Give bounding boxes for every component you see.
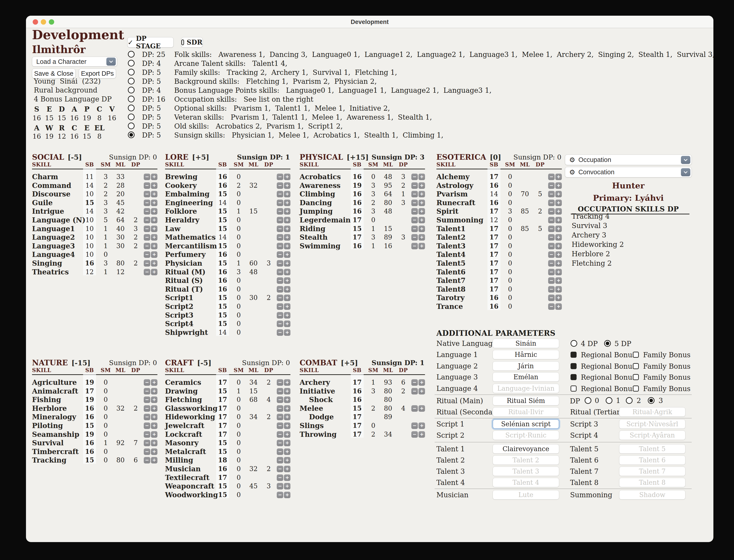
param-input-language-1[interactable]: Hârnic [493,350,559,359]
increase-skill-button[interactable]: + [284,329,291,336]
decrease-skill-button[interactable]: − [277,174,283,180]
param-input-language-2[interactable]: Járin [493,361,559,371]
increase-skill-button[interactable]: + [555,182,562,189]
decrease-skill-button[interactable]: − [277,200,283,206]
increase-skill-button[interactable]: + [418,226,425,232]
increase-skill-button[interactable]: + [151,379,157,386]
increase-skill-button[interactable]: + [284,466,291,472]
dp-stage-radio[interactable] [128,131,135,138]
decrease-skill-button[interactable]: − [548,243,555,249]
decrease-skill-button[interactable]: − [277,474,283,481]
family-bonus-checkbox[interactable] [633,352,639,358]
decrease-skill-button[interactable]: − [548,295,555,301]
increase-skill-button[interactable]: + [151,208,157,215]
increase-skill-button[interactable]: + [555,286,562,293]
param-input-language-4[interactable]: Language·Ivinian [493,384,559,393]
param-input-musician[interactable]: Lute [493,490,559,500]
increase-skill-button[interactable]: + [555,208,562,215]
dp-stage-radio[interactable] [128,51,135,58]
decrease-skill-button[interactable]: − [277,182,283,189]
decrease-skill-button[interactable]: − [277,422,283,429]
increase-skill-button[interactable]: + [284,396,291,403]
increase-skill-button[interactable]: + [418,388,425,394]
regional-bonus-checkbox[interactable] [570,352,577,358]
increase-skill-button[interactable]: + [418,405,425,412]
param-input-script-3[interactable]: Script·Nùvesârl [619,419,685,429]
increase-skill-button[interactable]: + [284,208,291,215]
load-character-select[interactable]: Load a Character [32,57,117,67]
increase-skill-button[interactable]: + [555,269,562,275]
dp-stage-toggle[interactable]: ✓ DP STAGE [127,37,174,47]
decrease-skill-button[interactable]: − [548,191,555,197]
decrease-skill-button[interactable]: − [548,260,555,267]
decrease-skill-button[interactable]: − [277,329,283,336]
decrease-skill-button[interactable]: − [277,269,283,275]
increase-skill-button[interactable]: + [418,379,425,386]
increase-skill-button[interactable]: + [151,269,157,275]
increase-skill-button[interactable]: + [284,277,291,284]
increase-skill-button[interactable]: + [555,217,562,223]
decrease-skill-button[interactable]: − [277,414,283,420]
decrease-skill-button[interactable]: − [277,303,283,310]
increase-skill-button[interactable]: + [284,405,291,412]
increase-skill-button[interactable]: + [151,405,157,412]
param-input-script-2[interactable]: Script·Runic [493,431,559,440]
decrease-skill-button[interactable]: − [411,379,418,386]
decrease-skill-button[interactable]: − [277,312,283,319]
decrease-skill-button[interactable]: − [277,388,283,394]
family-bonus-checkbox[interactable] [633,374,639,380]
dp-stage-radio[interactable] [128,105,135,111]
decrease-skill-button[interactable]: − [144,388,150,394]
increase-skill-button[interactable]: + [555,303,562,310]
increase-skill-button[interactable]: + [555,226,562,232]
decrease-skill-button[interactable]: − [277,448,283,455]
increase-skill-button[interactable]: + [418,200,425,206]
decrease-skill-button[interactable]: − [548,182,555,189]
increase-skill-button[interactable]: + [284,414,291,420]
decrease-skill-button[interactable]: − [277,431,283,438]
param-input-summoning[interactable]: Shadow [619,490,685,500]
decrease-skill-button[interactable]: − [144,182,150,189]
decrease-skill-button[interactable]: − [144,243,150,249]
increase-skill-button[interactable]: + [284,269,291,275]
dp-choice-radio[interactable] [604,340,611,347]
dp-choice-radio[interactable] [570,340,577,347]
decrease-skill-button[interactable]: − [277,251,283,258]
decrease-skill-button[interactable]: − [144,396,150,403]
decrease-skill-button[interactable]: − [144,457,150,463]
decrease-skill-button[interactable]: − [277,234,283,241]
increase-skill-button[interactable]: + [284,234,291,241]
decrease-skill-button[interactable]: − [277,457,283,463]
decrease-skill-button[interactable]: − [277,295,283,301]
increase-skill-button[interactable]: + [418,431,425,438]
increase-skill-button[interactable]: + [555,243,562,249]
increase-skill-button[interactable]: + [284,226,291,232]
param-input-talent-4[interactable]: Talent 4 [493,478,559,487]
decrease-skill-button[interactable]: − [548,286,555,293]
increase-skill-button[interactable]: + [151,260,157,267]
increase-skill-button[interactable]: + [151,414,157,420]
decrease-skill-button[interactable]: − [548,269,555,275]
decrease-skill-button[interactable]: − [144,260,150,267]
decrease-skill-button[interactable]: − [144,414,150,420]
increase-skill-button[interactable]: + [284,474,291,481]
decrease-skill-button[interactable]: − [411,191,418,197]
increase-skill-button[interactable]: + [284,312,291,319]
occupation-select[interactable]: ⚙ Occupation [565,155,692,165]
dp-stage-radio[interactable] [128,78,135,84]
decrease-skill-button[interactable]: − [548,251,555,258]
decrease-skill-button[interactable]: − [277,286,283,293]
param-input-ritual-main-[interactable]: Ritual Siém [493,396,559,405]
increase-skill-button[interactable]: + [418,422,425,429]
increase-skill-button[interactable]: + [284,321,291,327]
dp-stage-radio[interactable] [128,87,135,93]
param-input-talent-2[interactable]: Talent 2 [493,455,559,465]
param-input-talent-5[interactable]: Talent 5 [619,444,685,454]
decrease-skill-button[interactable]: − [411,217,418,223]
decrease-skill-button[interactable]: − [548,217,555,223]
param-input-ritual-secondary-[interactable]: Ritual·Ilvir [493,407,559,417]
increase-skill-button[interactable]: + [555,234,562,241]
increase-skill-button[interactable]: + [151,431,157,438]
decrease-skill-button[interactable]: − [277,483,283,489]
decrease-skill-button[interactable]: − [277,226,283,232]
